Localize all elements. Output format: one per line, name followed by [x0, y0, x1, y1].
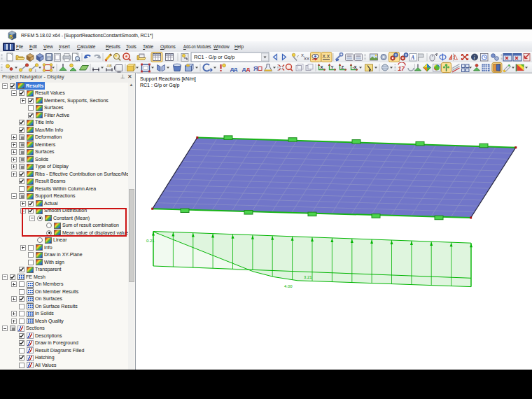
svg-text:X.X: X.X: [323, 54, 330, 59]
svg-text:i: i: [474, 55, 475, 61]
svg-text:RC1 - G/p or Gq/p: RC1 - G/p or Gq/p: [194, 54, 234, 60]
svg-text:д: д: [242, 66, 246, 72]
svg-text:0.21: 0.21: [146, 239, 155, 243]
svg-text:A: A: [410, 55, 415, 61]
svg-text:4.00: 4.00: [284, 284, 293, 288]
svg-text:S: S: [9, 34, 13, 40]
svg-text:д: д: [246, 66, 250, 72]
svg-text:Y: Y: [331, 65, 334, 69]
svg-text:3.21: 3.21: [304, 275, 312, 279]
svg-text:I: I: [35, 69, 36, 73]
svg-text:Z: Z: [342, 65, 344, 69]
svg-text:AB: AB: [107, 64, 113, 68]
svg-text:Я: Я: [253, 65, 258, 72]
svg-text:дд: дд: [230, 66, 237, 72]
svg-text:-X: -X: [353, 65, 357, 69]
svg-text:X: X: [321, 65, 323, 69]
svg-text:17: 17: [398, 65, 406, 72]
svg-text:XX: XX: [304, 57, 309, 61]
